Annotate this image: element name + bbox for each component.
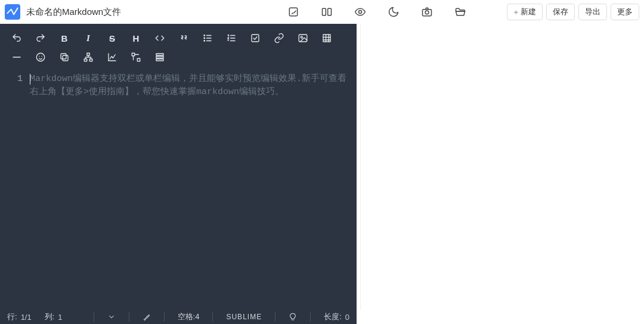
preview-pane: [360, 24, 644, 310]
editor-placeholder: Markdown编辑器支持双栏或单栏编辑，并且能够实时预览编辑效果.新手可查看右…: [30, 73, 351, 99]
svg-rect-9: [252, 35, 259, 42]
svg-rect-14: [63, 55, 68, 61]
svg-rect-20: [137, 58, 140, 61]
document-title: 未命名的Markdown文件: [26, 7, 121, 18]
svg-point-11: [301, 36, 302, 38]
undo-button[interactable]: [5, 29, 29, 48]
heading-button[interactable]: H: [124, 29, 148, 48]
svg-point-13: [36, 53, 45, 61]
export-button-label: 导出: [585, 7, 600, 17]
more-button[interactable]: 更多: [611, 4, 639, 20]
svg-rect-12: [323, 35, 330, 42]
save-button[interactable]: 保存: [546, 4, 575, 20]
svg-rect-0: [290, 8, 298, 15]
col-value: 1: [58, 313, 62, 322]
text-cursor: [30, 74, 30, 85]
line-number: 1: [0, 73, 23, 86]
line-gutter: 1: [0, 69, 29, 310]
ordered-list-button[interactable]: [219, 29, 243, 48]
new-button-label: 新建: [521, 7, 536, 17]
code-button[interactable]: [148, 29, 172, 48]
svg-rect-2: [328, 8, 332, 15]
length-value: 0: [345, 313, 349, 322]
row-value: 1/1: [21, 313, 32, 322]
quote-button[interactable]: [172, 29, 196, 48]
status-col: 列: 1: [45, 311, 63, 322]
top-icon-group: [287, 6, 466, 18]
svg-rect-10: [299, 35, 307, 42]
editor-toolbar: B I S H: [0, 24, 357, 69]
save-button-label: 保存: [553, 7, 568, 17]
length-label: 长度:: [324, 311, 342, 322]
status-spaces[interactable]: 空格:4: [178, 311, 200, 322]
brush-icon[interactable]: [143, 313, 151, 321]
strike-button[interactable]: S: [100, 29, 124, 48]
redo-button[interactable]: [29, 29, 52, 48]
link-button[interactable]: [267, 29, 291, 48]
svg-rect-22: [156, 57, 163, 58]
split-view-icon[interactable]: [321, 6, 333, 18]
svg-rect-21: [156, 54, 163, 55]
new-button[interactable]: +新建: [507, 4, 543, 20]
italic-button[interactable]: I: [76, 29, 100, 48]
svg-point-7: [204, 38, 205, 39]
editor-body[interactable]: 1 Markdown编辑器支持双栏或单栏编辑，并且能够实时预览编辑效果.新手可查…: [0, 69, 357, 310]
svg-rect-23: [156, 59, 163, 61]
status-row: 行: 1/1: [7, 311, 32, 322]
unordered-list-button[interactable]: [196, 29, 219, 48]
topbar: 未命名的Markdown文件 +新建 保存 导出 更多: [0, 0, 644, 24]
code-area[interactable]: Markdown编辑器支持双栏或单栏编辑，并且能够实时预览编辑效果.新手可查看右…: [29, 69, 357, 310]
svg-point-6: [204, 35, 205, 36]
copy-button[interactable]: [52, 48, 76, 67]
export-button[interactable]: 导出: [578, 4, 607, 20]
status-mode[interactable]: SUBLIME: [226, 313, 262, 321]
editor-pane: B I S H 1 Markdown编: [0, 24, 357, 310]
row-label: 行:: [7, 311, 17, 322]
edit-mode-icon[interactable]: [287, 6, 299, 18]
preview-mode-icon[interactable]: [354, 6, 366, 18]
table-button[interactable]: [315, 29, 339, 48]
app-logo: [5, 4, 20, 20]
top-button-group: +新建 保存 导出 更多: [507, 4, 639, 20]
status-length: 长度: 0: [324, 311, 349, 322]
svg-point-8: [204, 40, 205, 42]
statusbar: 行: 1/1 列: 1 空格:4 SUBLIME 长度: 0: [0, 310, 357, 324]
layout-button[interactable]: [148, 48, 172, 67]
svg-point-5: [425, 11, 429, 14]
bold-button[interactable]: B: [52, 29, 76, 48]
emoji-button[interactable]: [29, 48, 52, 67]
svg-rect-15: [61, 54, 66, 59]
main-area: B I S H 1 Markdown编: [0, 24, 644, 310]
chevron-down-icon[interactable]: [107, 313, 116, 321]
chart-button[interactable]: [100, 48, 124, 67]
more-button-label: 更多: [617, 7, 633, 17]
hr-button[interactable]: [5, 48, 29, 67]
image-button[interactable]: [291, 29, 315, 48]
checklist-button[interactable]: [243, 29, 267, 48]
camera-icon[interactable]: [421, 6, 433, 18]
folder-open-icon[interactable]: [454, 6, 466, 18]
col-label: 列:: [45, 311, 55, 322]
diagram-button[interactable]: [124, 48, 148, 67]
flowchart-button[interactable]: [76, 48, 100, 67]
svg-rect-1: [323, 8, 326, 15]
svg-point-3: [359, 11, 362, 14]
theme-toggle-icon[interactable]: [388, 6, 400, 18]
hint-icon[interactable]: [289, 313, 297, 321]
